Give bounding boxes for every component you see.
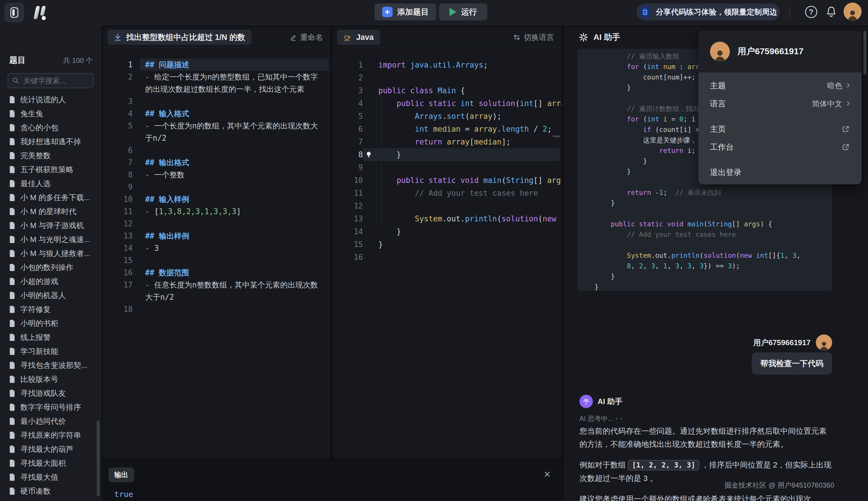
- sidebar-item[interactable]: 小 M 的星球时代: [0, 204, 102, 218]
- code-line[interactable]: 12: [332, 200, 562, 212]
- menu-item-theme[interactable]: 主题 暗色›: [698, 77, 861, 95]
- code-line[interactable]: 5 Arrays.sort(array);: [332, 110, 562, 122]
- sidebar-item[interactable]: 寻找最大值: [0, 470, 102, 484]
- markdown-line[interactable]: 12: [103, 217, 331, 230]
- code-line[interactable]: 3public class Main {: [332, 84, 562, 97]
- code-line[interactable]: 6 int median = array.length / 2;: [332, 122, 562, 136]
- sidebar-item[interactable]: 兔生兔: [0, 107, 102, 120]
- sidebar-toggle-button[interactable]: [5, 3, 24, 22]
- markdown-line[interactable]: 14- 3: [103, 242, 331, 254]
- sidebar-item[interactable]: 完美整数: [0, 149, 102, 162]
- ai-code-line[interactable]: // Add your test cases here: [577, 229, 832, 240]
- markdown-line[interactable]: 1## 问题描述: [103, 58, 331, 71]
- sidebar-item[interactable]: 寻找最大的葫芦: [0, 442, 102, 456]
- sidebar-item[interactable]: 小明的机器人: [0, 288, 102, 302]
- sidebar-item[interactable]: 小明的书柜: [0, 316, 102, 330]
- code-line[interactable]: 7 return array[median];: [332, 136, 562, 148]
- sidebar-item[interactable]: 小 M 与弹子游戏机: [0, 218, 102, 233]
- user-avatar[interactable]: [844, 3, 861, 21]
- rename-button[interactable]: 重命名: [290, 27, 323, 48]
- sidebar-item[interactable]: 寻找原来的字符串: [0, 428, 102, 442]
- menu-item-logout[interactable]: 退出登录: [698, 163, 861, 181]
- output-tab[interactable]: 输出: [108, 468, 134, 482]
- close-icon[interactable]: ✕: [544, 469, 551, 479]
- markdown-line[interactable]: 5- 一个长度为n的数组，其中某个元素的出现次数大: [103, 120, 331, 132]
- markdown-line[interactable]: 6: [103, 144, 331, 157]
- sidebar-item[interactable]: 小 M 与光明之魂速...: [0, 233, 102, 246]
- ai-code-line[interactable]: }: [577, 271, 832, 282]
- sidebar-item[interactable]: 寻找游戏队友: [0, 386, 102, 400]
- menu-item-home[interactable]: 主页: [698, 120, 861, 138]
- markdown-editor[interactable]: 1## 问题描述2- 给定一个长度为n的整型数组，已知其中一个数字的出现次数超过…: [103, 48, 331, 458]
- markdown-line[interactable]: 13## 输出样例: [103, 230, 331, 242]
- code-line[interactable]: 11 // Add your test cases here: [332, 187, 562, 200]
- ai-code-line[interactable]: [577, 208, 832, 219]
- code-line[interactable]: 13 System.out.println(solution(new int[]…: [332, 212, 562, 225]
- markdown-line[interactable]: 8- 一个整数: [103, 169, 331, 181]
- sidebar-item[interactable]: 五子棋获胜策略: [0, 162, 102, 177]
- sidebar-item[interactable]: 小 M 与狼人拯救者...: [0, 246, 102, 260]
- run-button[interactable]: 运行: [439, 3, 487, 20]
- sidebar-item[interactable]: 寻找包含斐波那契...: [0, 358, 102, 372]
- ai-code-line[interactable]: [577, 240, 832, 250]
- search-box[interactable]: [8, 73, 94, 88]
- sidebar-item[interactable]: 有点限制地走楼梯: [0, 498, 102, 501]
- sidebar-item[interactable]: 小超的游戏: [0, 274, 102, 288]
- ai-code-line[interactable]: }: [577, 282, 832, 291]
- ai-code-line[interactable]: return -1; // 表示未找到: [577, 187, 832, 198]
- sidebar-item[interactable]: 寻找最大面积: [0, 456, 102, 470]
- help-icon[interactable]: ?: [805, 6, 817, 18]
- search-input[interactable]: [23, 76, 88, 85]
- markdown-line[interactable]: 4## 输入格式: [103, 107, 331, 120]
- code-line[interactable]: 14 }: [332, 225, 562, 238]
- code-line[interactable]: 16: [332, 251, 562, 264]
- sidebar-item[interactable]: 比较版本号: [0, 372, 102, 386]
- markdown-line[interactable]: 3: [103, 95, 331, 107]
- markdown-line[interactable]: 2- 给定一个长度为n的整型数组，已知其中一个数字: [103, 71, 331, 83]
- markdown-line[interactable]: 17- 任意长度为n整数数组，其中某个元素的出现次数: [103, 279, 331, 291]
- markdown-line[interactable]: 11- [1,3,8,2,3,1,3,3,3]: [103, 205, 331, 217]
- java-editor[interactable]: 1import java.util.Arrays;23public class …: [332, 48, 562, 458]
- sidebar-item[interactable]: 数字字母问号排序: [0, 400, 102, 414]
- sidebar-item[interactable]: 小 M 的多任务下载...: [0, 191, 102, 204]
- promo-banner[interactable]: 分享代码练习体验，领限量定制周边: [637, 3, 780, 20]
- sidebar-item[interactable]: 字符修复: [0, 302, 102, 316]
- sidebar-scrollbar[interactable]: [97, 420, 100, 496]
- sidebar-item[interactable]: 我好想逃却逃不掉: [0, 135, 102, 149]
- code-line[interactable]: 2: [332, 71, 562, 84]
- code-line[interactable]: 9: [332, 161, 562, 174]
- sidebar-item[interactable]: 统计说谎的人: [0, 93, 102, 107]
- code-line[interactable]: 10 public static void main(String[] args…: [332, 174, 562, 187]
- code-line[interactable]: 15}: [332, 238, 562, 251]
- code-line[interactable]: 8 }: [332, 148, 562, 161]
- switch-language-button[interactable]: 切换语言: [513, 27, 554, 48]
- language-tab-java[interactable]: Java: [337, 30, 380, 45]
- sidebar-item[interactable]: 小包的数列操作: [0, 260, 102, 274]
- ai-code-line[interactable]: System.out.println(solution(new int[]{1,…: [577, 250, 832, 261]
- markdown-line[interactable]: 大于n/2: [103, 291, 331, 303]
- sidebar-item[interactable]: 线上报警: [0, 330, 102, 344]
- markdown-line[interactable]: 10## 输入样例: [103, 193, 331, 205]
- ai-code-line[interactable]: public static void main(String[] args) {: [577, 219, 832, 229]
- menu-item-workbench[interactable]: 工作台: [698, 138, 861, 156]
- add-problem-button[interactable]: + 添加题目: [375, 3, 436, 20]
- code-line[interactable]: 4 public static int solution(int[] array…: [332, 97, 562, 110]
- markdown-line[interactable]: 于n/2: [103, 132, 331, 144]
- sidebar-item[interactable]: 贪心的小包: [0, 120, 102, 135]
- sidebar-item[interactable]: 最佳人选: [0, 177, 102, 191]
- ai-code-line[interactable]: }: [577, 198, 832, 208]
- markdown-line[interactable]: 的出现次数超过数组长度的一半，找出这个元素: [103, 83, 331, 95]
- sidebar-item[interactable]: 最小趋同代价: [0, 414, 102, 428]
- ai-panel-scrollbar[interactable]: [863, 31, 866, 75]
- lightbulb-icon[interactable]: [365, 151, 373, 159]
- sidebar-item[interactable]: 硬币凑数: [0, 484, 102, 498]
- code-line[interactable]: 1import java.util.Arrays;: [332, 58, 562, 71]
- markdown-line[interactable]: 18: [103, 303, 331, 316]
- app-logo[interactable]: [30, 4, 51, 22]
- sidebar-item[interactable]: 学习新技能: [0, 344, 102, 358]
- ai-code-line[interactable]: 8, 2, 3, 1, 3, 3, 3}) == 3);: [577, 261, 832, 271]
- menu-item-language[interactable]: 语言 简体中文›: [698, 95, 861, 113]
- markdown-line[interactable]: 16## 数据范围: [103, 267, 331, 279]
- markdown-line[interactable]: 9: [103, 181, 331, 193]
- bell-icon[interactable]: [825, 5, 838, 18]
